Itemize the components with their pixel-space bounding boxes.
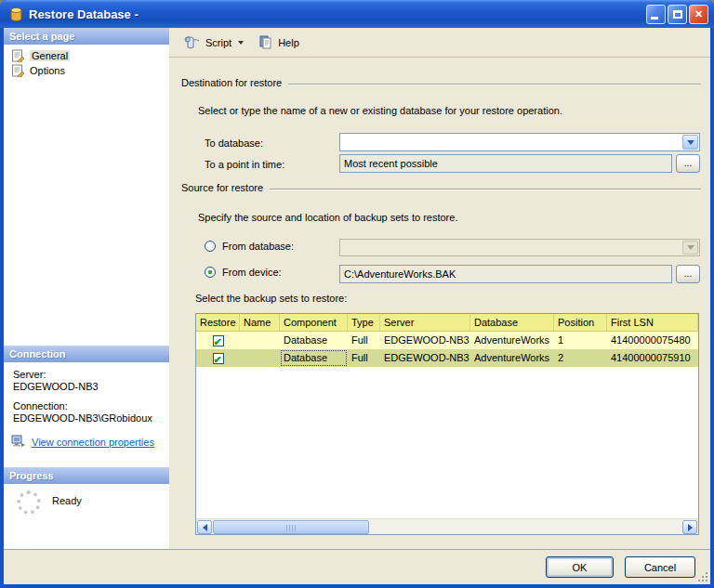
progress-header: Progress: [4, 467, 169, 484]
connection-label: Connection:: [13, 400, 68, 412]
cell-database: AdventureWorks: [470, 349, 554, 367]
column-header-name: Name: [240, 314, 280, 332]
restore-database-window: Restore Database - Select a page General…: [0, 0, 714, 588]
source-description: Specify the source and location of backu…: [198, 212, 457, 223]
backup-sets-label: Select the backup sets to restore:: [195, 293, 347, 304]
view-connection-properties-link[interactable]: View connection properties: [32, 437, 154, 448]
window-title: Restore Database -: [29, 7, 139, 21]
page-icon: [11, 64, 24, 77]
cell-first-lsn: 41400000075910: [607, 349, 698, 367]
sidebar-item-label: Options: [30, 65, 65, 76]
column-header-database: Database: [470, 314, 554, 332]
to-database-combobox[interactable]: [339, 133, 700, 151]
radio-unselected-icon[interactable]: [205, 241, 216, 252]
restore-checkbox[interactable]: [213, 353, 224, 364]
destination-group-label: Destination for restore: [181, 77, 282, 88]
sidebar-item-label: General: [30, 50, 70, 61]
main-panel: Script Help Destination for restore Sele…: [169, 28, 710, 549]
cell-component: Database: [280, 349, 348, 367]
device-browse-button[interactable]: ...: [676, 265, 700, 283]
cell-server: EDGEWOOD-NB3: [380, 332, 470, 349]
combo-dropdown-button[interactable]: [682, 135, 698, 150]
chevron-down-icon: [687, 245, 694, 250]
progress-status: Ready: [52, 495, 82, 506]
window-controls: [646, 5, 708, 24]
connection-value: EDGEWOOD-NB3\GRobidoux: [13, 412, 152, 424]
server-label: Server:: [13, 369, 46, 380]
cell-component: Database: [280, 332, 348, 349]
help-label: Help: [278, 37, 299, 48]
column-header-position: Position: [554, 314, 607, 332]
toolbar: Script Help: [169, 28, 710, 58]
chevron-left-icon: [203, 524, 207, 531]
to-point-field[interactable]: Most recent possible: [339, 154, 672, 173]
scroll-right-button[interactable]: [682, 520, 697, 534]
cell-position: 1: [554, 332, 607, 349]
horizontal-scrollbar[interactable]: [196, 518, 698, 534]
from-device-label: From device:: [222, 267, 282, 278]
sidebar-item-options[interactable]: Options: [11, 63, 65, 78]
from-database-option[interactable]: From database:: [205, 241, 294, 252]
progress-spinner-icon: [17, 490, 41, 515]
select-a-page-header: Select a page: [4, 28, 169, 45]
from-device-field[interactable]: C:\AdventureWorks.BAK: [339, 265, 672, 283]
page-icon: [11, 49, 24, 62]
to-point-label: To a point in time:: [205, 159, 284, 170]
database-icon: [8, 7, 24, 22]
cell-database: AdventureWorks: [470, 332, 554, 349]
to-database-label: To database:: [205, 137, 263, 149]
source-group-label: Source for restore: [181, 182, 263, 193]
ok-button[interactable]: OK: [546, 556, 614, 578]
sidebar: Select a page General Options Connection…: [4, 28, 169, 549]
cell-name: [240, 332, 280, 349]
script-icon: [184, 35, 201, 49]
close-button[interactable]: [689, 5, 708, 24]
minimize-icon: [651, 17, 658, 20]
cell-name: [240, 349, 280, 367]
destination-description: Select or type the name of a new or exis…: [198, 105, 562, 116]
column-header-type: Type: [348, 314, 380, 332]
radio-selected-icon[interactable]: [205, 267, 216, 278]
cell-position: 2: [554, 349, 607, 367]
table-row[interactable]: Database Full EDGEWOOD-NB3 AdventureWork…: [196, 349, 698, 367]
cell-type: Full: [348, 332, 380, 349]
connection-header: Connection: [4, 346, 169, 362]
titlebar[interactable]: Restore Database -: [0, 0, 714, 28]
column-header-first-lsn: First LSN: [607, 314, 698, 332]
combo-dropdown-button: [682, 241, 698, 255]
table-row[interactable]: Database Full EDGEWOOD-NB3 AdventureWork…: [196, 332, 698, 349]
restore-checkbox[interactable]: [213, 335, 224, 346]
maximize-icon: [673, 10, 682, 19]
column-header-server: Server: [380, 314, 470, 332]
script-button[interactable]: Script: [178, 32, 249, 53]
chevron-down-icon: [238, 41, 244, 45]
backup-sets-table: Restore Name Component Type Server Datab…: [195, 313, 699, 535]
cell-first-lsn: 41400000075480: [607, 332, 698, 349]
connection-properties-icon: [11, 435, 26, 449]
help-icon: [258, 35, 273, 49]
help-button[interactable]: Help: [253, 32, 305, 53]
cell-type: Full: [348, 349, 380, 367]
resize-grip[interactable]: [696, 570, 708, 582]
maximize-button[interactable]: [668, 5, 687, 24]
table-header-row: Restore Name Component Type Server Datab…: [196, 314, 698, 332]
sidebar-item-general[interactable]: General: [11, 48, 70, 63]
cell-server: EDGEWOOD-NB3: [380, 349, 470, 367]
group-divider: [270, 189, 701, 189]
script-label: Script: [205, 37, 231, 48]
scroll-left-button[interactable]: [197, 520, 212, 534]
chevron-right-icon: [688, 524, 693, 531]
footer: OK Cancel: [4, 549, 710, 584]
cancel-button[interactable]: Cancel: [625, 556, 695, 578]
minimize-button[interactable]: [646, 5, 666, 24]
from-database-label: From database:: [222, 241, 294, 252]
column-header-component: Component: [280, 314, 348, 332]
point-browse-button[interactable]: ...: [676, 154, 700, 173]
group-divider: [288, 84, 701, 85]
chevron-down-icon: [687, 140, 694, 145]
from-database-combobox: [339, 239, 700, 256]
server-value: EDGEWOOD-NB3: [13, 381, 99, 392]
column-header-restore: Restore: [196, 314, 240, 332]
scrollbar-thumb[interactable]: [213, 520, 369, 534]
from-device-option[interactable]: From device:: [205, 267, 282, 278]
